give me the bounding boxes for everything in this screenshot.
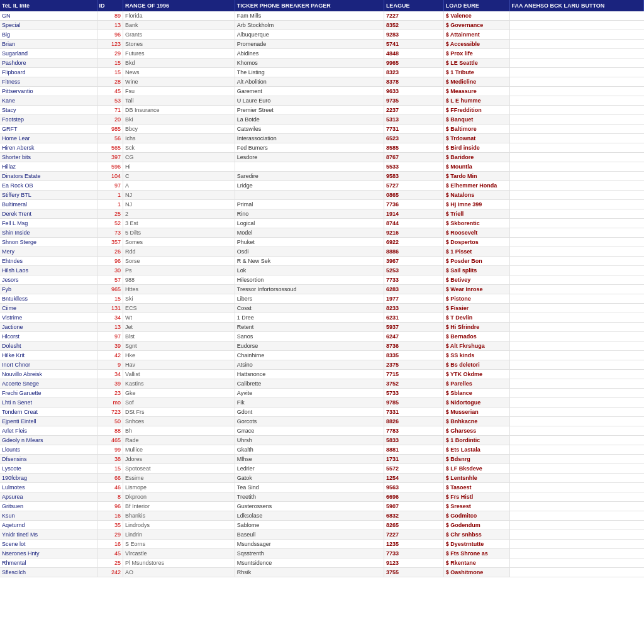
cell-col-range: Kastins [123, 379, 235, 389]
cell-col-league: 8323 [384, 68, 443, 77]
cell-col-ticker: Gorcots [235, 417, 384, 426]
cell-col-league: 5313 [384, 115, 443, 125]
cell-col-load: $ Bnhkacne [443, 417, 509, 426]
cell-col-id: 26 [97, 247, 123, 257]
cell-col-range: Mullice [123, 445, 235, 455]
table-row: Fitness28WineAlt Abolition8378$ Mediclin… [0, 77, 644, 87]
cell-col-load: $ Bdsnrg [443, 455, 509, 464]
cell-col-load: $ Baridore [443, 153, 509, 162]
cell-col-id: 34 [97, 370, 123, 379]
cell-col-range: Sgnt [123, 341, 235, 351]
cell-col-range: 2 [123, 209, 235, 219]
cell-col-league: 7715 [384, 370, 443, 379]
cell-col-load: $ T Devlin [443, 313, 509, 323]
table-row: Pashdore15BkdKhomos9965$ LE Seattle [0, 58, 644, 68]
cell-col-range: NJ [123, 191, 235, 200]
cell-col-id: 20 [97, 115, 123, 125]
cell-col-range: Vlrcastle [123, 549, 235, 558]
cell-col-league: 4848 [384, 49, 443, 58]
cell-col-name: Hilke Krit [0, 351, 97, 360]
cell-col-load: $ Fissier [443, 304, 509, 313]
cell-col-league: 5937 [384, 323, 443, 332]
cell-col-load: $ Tardo Min [443, 172, 509, 181]
cell-col-ticker: Promenade [235, 40, 384, 49]
cell-col-range: Lindrin [123, 530, 235, 540]
cell-col-load: $ SS kinds [443, 351, 509, 360]
cell-col-league: 3755 [384, 568, 443, 577]
cell-col-id: 16 [97, 511, 123, 521]
table-row: Dinators Estate104CSaredire9583$ Tardo M… [0, 172, 644, 181]
cell-col-range: Essime [123, 474, 235, 483]
cell-col-ticker: Osdi [235, 247, 384, 257]
cell-col-load: $ Triell [443, 209, 509, 219]
cell-col-name: Brian [0, 40, 97, 49]
cell-col-name: Frechi Garuette [0, 389, 97, 398]
cell-col-ticker: The Listing [235, 68, 384, 77]
cell-col-league: 1235 [384, 540, 443, 549]
cell-col-ticker: Model [235, 228, 384, 238]
cell-col-ticker: Msuntsidence [235, 558, 384, 568]
cell-col-name: Shnon Sterge [0, 238, 97, 247]
cell-col-name: Lulmotes [0, 483, 97, 492]
cell-col-name: Ynidr tinetl Ms [0, 530, 97, 540]
cell-col-name: Shin Inside [0, 228, 97, 238]
cell-col-ticker: Calibrette [235, 379, 384, 389]
cell-col-ticker: Fed Bumers [235, 143, 384, 153]
cell-col-id: 16 [97, 540, 123, 549]
cell-col-name: Big [0, 30, 97, 40]
table-row: Dfsensins38JdoresMlhse1731$ Bdsnrg [0, 455, 644, 464]
cell-col-load: $ 1 Bordintic [443, 436, 509, 445]
cell-col-league: 8585 [384, 143, 443, 153]
table-row: Arlet Fleis88BhGrrace7783$ Gharsess [0, 426, 644, 436]
cell-col-league: 7736 [384, 200, 443, 209]
cell-col-name: Flipboard [0, 68, 97, 77]
table-row: Accerte Snege39KastinsCalibrette3752$ Pa… [0, 379, 644, 389]
cell-col-load: $ Gharsess [443, 426, 509, 436]
cell-col-id: 397 [97, 153, 123, 162]
cell-col-name: Dinators Estate [0, 172, 97, 181]
cell-col-league: 8881 [384, 445, 443, 455]
cell-col-range: Fsu [123, 87, 235, 96]
cell-col-league: 8378 [384, 77, 443, 87]
cell-col-id: 97 [97, 181, 123, 191]
cell-col-load: $ Godmitco [443, 511, 509, 521]
cell-col-range: Hi [123, 162, 235, 172]
cell-col-league: 7227 [384, 530, 443, 540]
cell-col-league: 8767 [384, 153, 443, 162]
cell-col-id: 1 [97, 191, 123, 200]
cell-col-name: Stacy [0, 106, 97, 115]
cell-col-name: Lyscote [0, 464, 97, 474]
table-row: Gritsuen96Bf InteriorGusterossens5907$ S… [0, 502, 644, 511]
cell-col-ticker: Sqsstrenth [235, 549, 384, 558]
cell-col-league: 6247 [384, 332, 443, 341]
cell-col-range: Blst [123, 332, 235, 341]
cell-col-ticker: Cosst [235, 304, 384, 313]
cell-col-league: 8886 [384, 247, 443, 257]
cell-col-name: 190fcbrag [0, 474, 97, 483]
cell-col-ticker: Mlhse [235, 455, 384, 464]
cell-col-id: 9 [97, 360, 123, 370]
cell-col-name: Dolesht [0, 341, 97, 351]
cell-col-league: 3967 [384, 257, 443, 266]
cell-col-id: 123 [97, 40, 123, 49]
cell-col-id: 96 [97, 257, 123, 266]
table-row: Big96GrantsAlbuquerque9283$ Attainment [0, 30, 644, 40]
cell-col-ticker: R & New Sek [235, 257, 384, 266]
cell-col-load: $ Bird inside [443, 143, 509, 153]
cell-col-range: A [123, 181, 235, 191]
table-row: Aqeturnd35LindrodysSablome8265$ Godendum [0, 521, 644, 530]
table-row: Mery26RddOsdi8886$ 1 Pisset [0, 247, 644, 257]
cell-col-ticker: Ledrier [235, 464, 384, 474]
table-row: Hiren Abersk565SckFed Bumers8585$ Bird i… [0, 143, 644, 153]
cell-col-name: Gritsuen [0, 502, 97, 511]
cell-col-range: Jdores [123, 455, 235, 464]
cell-col-load: $ Mountla [443, 162, 509, 172]
cell-col-load: $ Musserian [443, 408, 509, 417]
cell-col-league: 9283 [384, 30, 443, 40]
table-row: Kane53TallU Laure Euro9735$ L E humme [0, 96, 644, 106]
cell-col-name: Stiffery BTL [0, 191, 97, 200]
cell-col-league: 8233 [384, 304, 443, 313]
cell-col-load: $ Oashitmone [443, 568, 509, 577]
table-row: Fyb965HttesTressor Infortorsossoud6283$ … [0, 285, 644, 294]
cell-col-load: $ Dyestrntutte [443, 540, 509, 549]
